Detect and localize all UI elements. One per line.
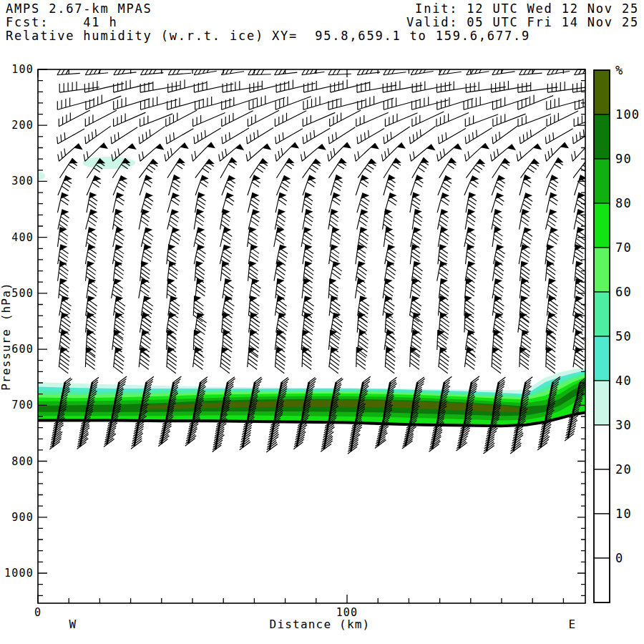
west-label: W [69, 618, 77, 631]
cross-section-plot: 10020030040050060070080090010000100WEDis… [0, 0, 644, 644]
colorbar-tick-label: 70 [615, 240, 632, 255]
x-tick-label: 0 [34, 606, 42, 619]
colorbar-tick-label: 90 [615, 152, 632, 166]
y-tick-label: 100 [11, 63, 34, 76]
colorbar-tick-label: 50 [615, 329, 632, 343]
colorbar-units-label: % [615, 63, 623, 77]
y-tick-label: 800 [11, 455, 34, 468]
colorbar-tick-label: 0 [615, 551, 623, 565]
y-tick-label: 900 [11, 511, 34, 524]
colorbar-tick-label: 30 [615, 418, 632, 432]
y-tick-label: 400 [11, 231, 34, 244]
colorbar-tick-label: 60 [615, 285, 632, 299]
colorbar-tick-label: 80 [615, 196, 632, 210]
y-tick-label: 300 [11, 175, 34, 187]
east-label: E [569, 618, 577, 631]
colorbar-tick-label: 40 [615, 374, 632, 388]
plot-interior [34, 66, 612, 454]
colorbar-tick-label: 100 [615, 107, 640, 122]
ui-root: AMPS 2.67-km MPAS Fcst: 41 h Relative hu… [0, 0, 644, 644]
y-tick-label: 1000 [4, 567, 34, 580]
y-tick-label: 600 [11, 343, 34, 356]
y-tick-label: 500 [11, 287, 34, 300]
y-tick-label: 700 [11, 399, 34, 411]
y-tick-label: 200 [11, 119, 34, 132]
colorbar-tick-label: 10 [615, 507, 632, 521]
colorbar-tick-label: 20 [615, 462, 632, 477]
x-axis-title: Distance (km) [270, 618, 371, 631]
y-axis-title: Pressure (hPa) [0, 282, 13, 391]
colorbar [594, 70, 610, 602]
